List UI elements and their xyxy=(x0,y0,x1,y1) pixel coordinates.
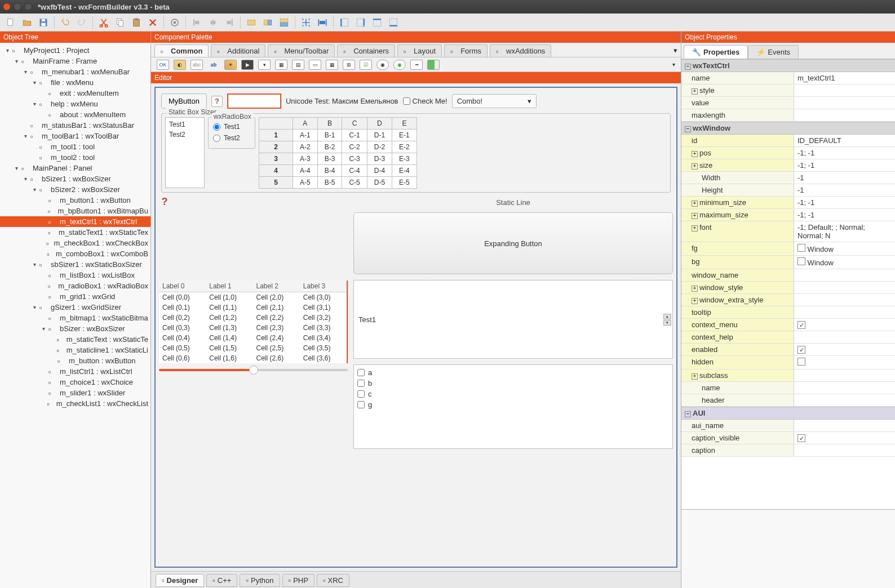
prop-row[interactable]: +minimum_size-1; -1 xyxy=(681,197,895,209)
prop-row[interactable]: caption xyxy=(681,444,895,457)
animation-palette-icon[interactable]: ▶ xyxy=(241,60,254,70)
prop-row[interactable]: namem_textCtrl1 xyxy=(681,72,895,84)
tree-item[interactable]: ▾▫gSizer1 : wxGridSizer xyxy=(0,302,150,313)
grid-palette-icon[interactable]: ⊞ xyxy=(343,60,355,70)
wxbutton-palette-icon[interactable]: OK xyxy=(157,60,169,70)
prop-category[interactable]: −AUI xyxy=(681,407,895,420)
palette-overflow-icon[interactable]: ▾ xyxy=(674,46,677,55)
prop-row[interactable]: hidden xyxy=(681,356,895,369)
layout3-icon[interactable] xyxy=(277,15,291,30)
delete-icon[interactable] xyxy=(145,15,160,30)
tree-item[interactable]: ▫m_radioBox1 : wxRadioBox xyxy=(0,280,150,291)
listctrl-palette-icon[interactable]: ▦ xyxy=(326,60,338,70)
layout1-icon[interactable] xyxy=(244,15,259,30)
check-me-checkbox[interactable]: Check Me! xyxy=(403,97,448,105)
tree-item[interactable]: ▫m_bitmap1 : wxStaticBitma xyxy=(0,313,150,323)
prop-row[interactable]: idID_DEFAULT xyxy=(681,135,895,147)
border-top-icon[interactable] xyxy=(370,15,384,30)
align-left-icon[interactable] xyxy=(189,15,204,30)
palette-tab-wxadditions[interactable]: ▫wxAdditions xyxy=(490,44,551,57)
tree-item[interactable]: ▫m_button1 : wxButton xyxy=(0,195,150,206)
tree-item[interactable]: ▫m_staticline1 : wxStaticLi xyxy=(0,345,150,355)
palette-tab-containers[interactable]: ▫Containers xyxy=(337,44,395,57)
prop-row[interactable]: aui_name xyxy=(681,420,895,432)
checklist-item[interactable]: c xyxy=(357,389,669,399)
tree-item[interactable]: ▫m_bpButton1 : wxBitmapBu xyxy=(0,206,150,216)
tree-item[interactable]: ▫m_textCtrl1 : wxTextCtrl xyxy=(0,216,150,227)
object-tree[interactable]: ▾▫MyProject1 : Project▾▫MainFrame : Fram… xyxy=(0,43,150,588)
prop-row[interactable]: fg Window xyxy=(681,242,895,256)
tree-item[interactable]: ▫m_staticText : wxStaticTe xyxy=(0,334,150,345)
choice-ctrl[interactable]: Test1 ▴▾ xyxy=(353,280,673,359)
tree-item[interactable]: ▫m_staticText1 : wxStaticTex xyxy=(0,227,150,238)
redo-icon[interactable] xyxy=(74,15,89,30)
tree-item[interactable]: ▾▫MainFrame : Frame xyxy=(0,56,150,66)
prop-row[interactable]: +font-1; Default; ; Normal; Normal; N xyxy=(681,221,895,242)
prop-row[interactable]: window_name xyxy=(681,269,895,282)
new-file-icon[interactable] xyxy=(3,15,18,30)
tree-item[interactable]: ▫m_listBox1 : wxListBox xyxy=(0,270,150,280)
choice-palette-icon[interactable]: ▤ xyxy=(292,60,304,70)
tree-item[interactable]: ▫about : wxMenuItem xyxy=(0,109,150,120)
tree-item[interactable]: ▫m_statusBar1 : wxStatusBar xyxy=(0,120,150,131)
tree-item[interactable]: ▾▫bSizer1 : wxBoxSizer xyxy=(0,173,150,184)
tree-item[interactable]: ▾▫m_toolBar1 : wxToolBar xyxy=(0,131,150,141)
statictext-palette-icon[interactable]: ab xyxy=(207,60,220,70)
tree-item[interactable]: ▫m_button : wxButton xyxy=(0,355,150,366)
list-box[interactable]: Test1Test2 xyxy=(165,117,205,188)
combo-palette-icon[interactable]: ▾ xyxy=(258,60,271,70)
tree-item[interactable]: ▾▫bSizer : wxBoxSizer xyxy=(0,323,150,334)
prop-row[interactable]: +size-1; -1 xyxy=(681,159,895,172)
prop-category[interactable]: −wxWindow xyxy=(681,122,895,135)
prop-row[interactable]: value xyxy=(681,97,895,109)
expanding-button[interactable]: Expanding Button xyxy=(353,212,673,274)
bitmapbutton-palette-icon[interactable]: ◐ xyxy=(174,60,186,70)
my-button[interactable]: MyButton xyxy=(161,93,207,109)
minimize-window-button[interactable] xyxy=(14,3,21,11)
tab-c[interactable]: ▫C++ xyxy=(206,574,237,587)
tree-item[interactable]: ▫m_slider1 : wxSlider xyxy=(0,387,150,398)
tree-item[interactable]: ▫m_grid1 : wxGrid xyxy=(0,291,150,302)
radiobutton-palette-icon[interactable]: ◉ xyxy=(393,60,406,70)
border-bottom-icon[interactable] xyxy=(386,15,401,30)
checklist-item[interactable]: a xyxy=(357,367,669,378)
tree-item[interactable]: ▫m_checkBox1 : wxCheckBox xyxy=(0,238,150,248)
textctrl-palette-icon[interactable]: abc xyxy=(190,60,203,70)
palette-tab-layout[interactable]: ▫Layout xyxy=(397,44,442,57)
prop-row[interactable]: caption_visible✓ xyxy=(681,432,895,444)
gauge-palette-icon[interactable] xyxy=(427,60,440,70)
prop-category[interactable]: −wxTextCtrl xyxy=(681,59,895,72)
tree-item[interactable]: ▾▫help : wxMenu xyxy=(0,99,150,109)
palette-tab-menu-toolbar[interactable]: ▫Menu/Toolbar xyxy=(268,44,335,57)
tree-item[interactable]: ▾▫sbSizer1 : wxStaticBoxSizer xyxy=(0,259,150,270)
align-center-icon[interactable] xyxy=(206,15,220,30)
maximize-window-button[interactable] xyxy=(24,3,32,11)
prop-row[interactable]: name xyxy=(681,382,895,394)
combo-box[interactable]: Combo!▾ xyxy=(452,94,537,108)
prop-row[interactable]: +window_style xyxy=(681,282,895,294)
tree-item[interactable]: ▫m_checkList1 : wxCheckList xyxy=(0,398,150,409)
help-icon[interactable]: ? xyxy=(211,96,223,107)
tab-designer[interactable]: ▫Designer xyxy=(156,574,204,587)
prop-row[interactable]: +subclass xyxy=(681,369,895,382)
tree-item[interactable]: ▫m_choice1 : wxChoice xyxy=(0,377,150,387)
tree-item[interactable]: ▾▫MainPanel : Panel xyxy=(0,163,150,173)
prop-tab-events[interactable]: ⚡Events xyxy=(748,45,799,59)
layout2-icon[interactable] xyxy=(260,15,275,30)
radio-palette-icon[interactable]: ◉ xyxy=(376,60,389,70)
spin-up-icon[interactable]: ▴ xyxy=(663,314,671,319)
stretch-icon[interactable] xyxy=(315,15,330,30)
border-right-icon[interactable] xyxy=(353,15,368,30)
prop-row[interactable]: +window_extra_style xyxy=(681,294,895,306)
tab-php[interactable]: ▫PHP xyxy=(282,574,314,587)
prop-row[interactable]: +style xyxy=(681,84,895,97)
palette-tab-common[interactable]: ▫Common xyxy=(154,44,209,57)
property-grid[interactable]: −wxTextCtrlnamem_textCtrl1+stylevaluemax… xyxy=(681,59,895,509)
generate-icon[interactable] xyxy=(167,15,182,30)
tree-item[interactable]: ▾▫m_menubar1 : wxMenuBar xyxy=(0,66,150,77)
palette-tab-additional[interactable]: ▫Additional xyxy=(211,44,265,57)
align-right-icon[interactable] xyxy=(222,15,237,30)
bitmap-palette-icon[interactable]: ☀ xyxy=(224,60,237,70)
prop-row[interactable]: maxlength xyxy=(681,109,895,122)
prop-row[interactable]: enabled✓ xyxy=(681,344,895,356)
